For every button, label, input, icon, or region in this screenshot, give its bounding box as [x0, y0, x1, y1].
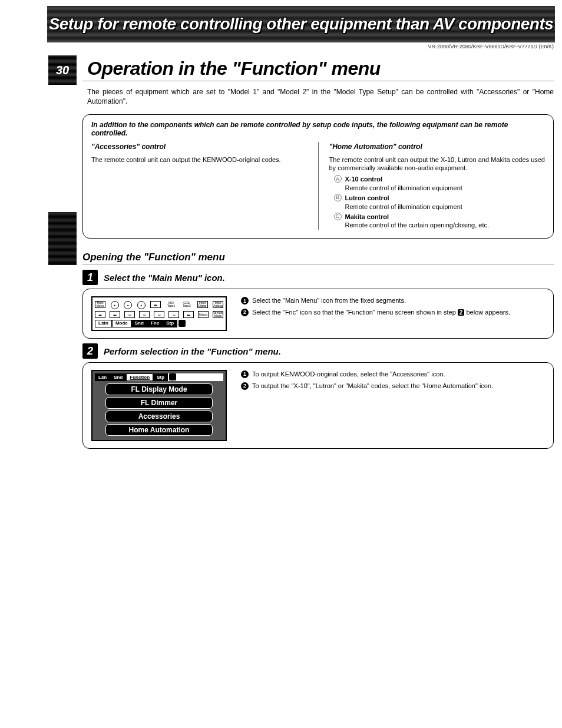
- page-number: 30: [56, 64, 69, 77]
- video2-icon: ▭: [139, 311, 150, 318]
- title-rule: [82, 81, 554, 81]
- cd2-tape2-icon: CD2/ Tape2: [181, 301, 192, 308]
- tab-snd: Snd: [131, 320, 147, 327]
- icon-row-2: ▬ ▬ ▭ ▭ ▭ ▭ ▬ Macro Remote Mode: [95, 311, 223, 318]
- main-menu-icon: Main Menu: [95, 301, 105, 308]
- bullet-2-text: Select the "Fnc" icon so that the "Funct…: [252, 308, 510, 317]
- menu-home-automation: Home Automation: [105, 424, 213, 436]
- tab-fnc: Fnc: [147, 320, 163, 327]
- accessories-column: "Accessories" control The remote control…: [91, 142, 308, 230]
- intro-paragraph: The pieces of equipment which are set to…: [87, 87, 554, 106]
- md-tape1-icon: MD/ Tape1: [166, 301, 177, 308]
- cursor-icon: [178, 320, 186, 327]
- bullet-1-text: Select the "Main Menu" icon from the fix…: [252, 296, 406, 305]
- marker-a-icon: A: [334, 175, 342, 183]
- accessories-heading: "Accessories" control: [91, 142, 308, 151]
- macro-icon: Macro: [198, 311, 209, 318]
- banner-title: Setup for remote controlling other equip…: [49, 15, 554, 34]
- step-1-desc: 1Select the "Main Menu" icon from the fi…: [241, 296, 545, 331]
- item-name: Lutron control: [345, 194, 389, 201]
- step-1-title: Select the "Main Menu" icon.: [104, 273, 225, 283]
- function-menu-screen: Lsn Snd Function Stp FL Display Mode FL …: [91, 370, 227, 441]
- phono-icon: ●: [111, 301, 119, 309]
- marker-c-icon: C: [334, 213, 342, 220]
- tab-strip: Lstn Mode Snd Fnc Stp: [95, 320, 223, 327]
- home-automation-text: The remote control unit can output the X…: [329, 155, 546, 173]
- section-heading: Opening the "Function" menu: [82, 252, 554, 265]
- video1-icon: ▭: [124, 311, 135, 318]
- main-menu-screen: Main Menu ● ● ● ▬ MD/ Tape1 CD2/ Tape2 I…: [91, 296, 227, 331]
- tab-stp: Stp: [163, 320, 177, 327]
- video4-icon: ▭: [168, 311, 179, 318]
- bullet-1-text: To output KENWOOD-original codes, select…: [252, 370, 445, 379]
- list-item: C Makita controlRemote control of the cu…: [334, 213, 546, 230]
- tab-mode: Mode: [112, 320, 131, 327]
- step-1-body: Main Menu ● ● ● ▬ MD/ Tape1 CD2/ Tape2 I…: [82, 289, 554, 339]
- av-aux-icon: ▬: [183, 311, 194, 318]
- item-desc: Remote control of illumination equipment: [345, 203, 462, 210]
- input-analog-icon: Input Analog: [213, 301, 223, 308]
- marker-b-icon: B: [334, 194, 342, 201]
- icon-row-1: Main Menu ● ● ● ▬ MD/ Tape1 CD2/ Tape2 I…: [95, 301, 223, 309]
- tab-lsn: Lsn: [95, 373, 110, 381]
- menu-fl-dimmer: FL Dimmer: [105, 397, 213, 409]
- header-banner: Setup for remote controlling other equip…: [47, 6, 555, 42]
- cd1-icon: ●: [124, 301, 132, 309]
- bullet-2-icon: 2: [241, 309, 249, 316]
- remote-mode-icon: Remote Mode: [213, 311, 223, 318]
- step-1-header: 1 Select the "Main Menu" icon.: [82, 270, 554, 285]
- cd2-icon: ●: [137, 301, 146, 309]
- accessories-text: The remote control unit can output the K…: [91, 155, 308, 164]
- item-name: X-10 control: [345, 176, 383, 183]
- tv2-icon: ▬: [110, 311, 120, 318]
- bullet-2-text: To output the "X-10", "Lutron" or "Makit…: [252, 382, 493, 391]
- step-2-header: 2 Perform selection in the "Function" me…: [82, 343, 554, 359]
- step-2-desc: 1To output KENWOOD-original codes, selec…: [241, 370, 545, 441]
- item-name: Makita control: [345, 213, 389, 220]
- step-2-title: Perform selection in the "Function" menu…: [104, 346, 281, 356]
- input-digital-icon: Input Digital: [197, 301, 208, 308]
- cursor-icon: [169, 373, 176, 380]
- step-1-badge: 1: [82, 270, 98, 285]
- step-2-badge: 2: [82, 343, 98, 359]
- item-desc: Remote control of illumination equipment: [345, 184, 462, 191]
- tuner-icon: ▬: [150, 301, 161, 308]
- bullet-1-icon: 1: [241, 297, 249, 305]
- tv1-icon: ▬: [95, 311, 105, 318]
- menu-accessories: Accessories: [105, 411, 213, 422]
- tab-snd: Snd: [110, 373, 126, 381]
- tab-function: Function: [126, 373, 153, 381]
- tab-stp: Stp: [153, 373, 168, 381]
- bullet-2-icon: 2: [241, 382, 249, 390]
- tab-lstn: Lstn: [95, 320, 112, 327]
- callout-heading: In addition to the components which can …: [91, 121, 545, 137]
- home-automation-column: "Home Automation" control The remote con…: [318, 142, 546, 230]
- video3-icon: ▭: [154, 311, 164, 318]
- model-line: VR-2090/VR-2080/KRF-V8881D/KRF-V7771D (E…: [0, 44, 554, 49]
- side-tab-decor: [48, 212, 77, 265]
- step-2-body: Lsn Snd Function Stp FL Display Mode FL …: [82, 362, 554, 449]
- inline-step-2-badge: 2: [458, 309, 465, 316]
- menu-fl-display-mode: FL Display Mode: [105, 383, 213, 395]
- automation-list: A X-10 controlRemote control of illumina…: [329, 175, 546, 230]
- callout-box: In addition to the components which can …: [82, 114, 554, 239]
- item-desc: Remote control of the curtain opening/cl…: [345, 221, 490, 229]
- list-item: B Lutron controlRemote control of illumi…: [334, 194, 546, 211]
- home-automation-heading: "Home Automation" control: [329, 142, 546, 151]
- page-number-tab: 30: [48, 55, 77, 85]
- page-title: Operation in the "Function" menu: [87, 58, 562, 80]
- list-item: A X-10 controlRemote control of illumina…: [334, 175, 546, 193]
- bullet-1-icon: 1: [241, 370, 249, 378]
